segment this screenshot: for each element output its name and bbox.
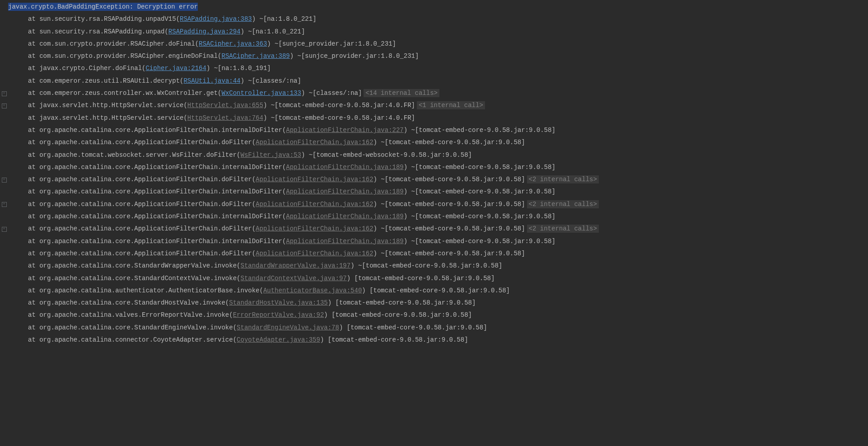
gutter[interactable]: + — [0, 89, 8, 98]
gutter[interactable]: + — [0, 175, 8, 184]
source-link[interactable]: ApplicationFilterChain.java:162 — [256, 201, 373, 208]
stack-frame-prefix: at com.emperor.zeus.controller.wx.WxCont… — [28, 89, 221, 97]
expand-icon[interactable]: + — [2, 91, 7, 96]
stack-frame-prefix: at org.apache.catalina.core.StandardHost… — [28, 299, 229, 306]
internal-calls-badge[interactable]: <2 internal calls> — [527, 200, 599, 208]
source-link[interactable]: HttpServlet.java:655 — [187, 102, 263, 109]
stack-trace-line: at org.apache.catalina.authenticator.Aut… — [0, 285, 868, 297]
source-link[interactable]: RSAPadding.java:383 — [180, 15, 252, 23]
stack-trace-line: at com.emperor.zeus.util.RSAUtil.decrypt… — [0, 75, 868, 87]
stack-frame-suffix: ) ~[tomcat-embed-core-9.0.58.jar:9.0.58] — [373, 139, 525, 146]
source-link[interactable]: ApplicationFilterChain.java:162 — [256, 250, 373, 257]
stack-frame-suffix: ) ~[tomcat-embed-core-9.0.58.jar:9.0.58] — [404, 164, 555, 171]
stack-frame-suffix: ) ~[tomcat-embed-websocket-9.0.58.jar:9.… — [301, 151, 472, 159]
source-link[interactable]: HttpServlet.java:764 — [187, 114, 263, 122]
stack-frame-prefix: at org.apache.catalina.authenticator.Aut… — [28, 287, 263, 294]
source-link[interactable]: StandardHostValve.java:135 — [229, 299, 327, 306]
gutter[interactable]: + — [0, 101, 8, 110]
internal-calls-badge[interactable]: <1 internal call> — [417, 101, 485, 109]
stack-frame-prefix: at org.apache.catalina.connector.CoyoteA… — [28, 336, 237, 343]
expand-icon[interactable]: + — [2, 178, 7, 183]
source-link[interactable]: ApplicationFilterChain.java:189 — [286, 188, 403, 195]
source-link[interactable]: WsFilter.java:53 — [240, 151, 301, 159]
stack-trace-line: +at org.apache.catalina.core.Application… — [0, 174, 868, 186]
source-link[interactable]: ApplicationFilterChain.java:162 — [256, 225, 373, 232]
source-link[interactable]: RSACipher.java:389 — [221, 52, 289, 60]
source-link[interactable]: ApplicationFilterChain.java:189 — [286, 238, 403, 245]
stack-trace-line: at org.apache.catalina.core.ApplicationF… — [0, 248, 868, 260]
source-link[interactable]: RSAUtil.java:44 — [183, 77, 240, 85]
stack-trace-line: at org.apache.catalina.valves.ErrorRepor… — [0, 309, 868, 321]
stack-frame-prefix: at org.apache.catalina.core.ApplicationF… — [28, 238, 286, 245]
source-link[interactable]: ApplicationFilterChain.java:162 — [256, 139, 373, 146]
stack-frame-suffix: ) ~[sunjce_provider.jar:1.8.0_231] — [267, 40, 396, 47]
stack-trace-line: at org.apache.catalina.core.StandardCont… — [0, 272, 868, 285]
source-link[interactable]: RSAPadding.java:294 — [168, 28, 241, 35]
source-link[interactable]: ApplicationFilterChain.java:162 — [256, 176, 373, 183]
stack-frame-suffix: ) ~[tomcat-embed-core-9.0.58.jar:9.0.58] — [373, 250, 525, 257]
stack-trace-line: at sun.security.rsa.RSAPadding.unpad(RSA… — [0, 26, 868, 38]
exception-header-line: javax.crypto.BadPaddingException: Decryp… — [0, 1, 868, 13]
stack-trace-line: at org.apache.catalina.connector.CoyoteA… — [0, 334, 868, 346]
stack-frame-prefix: at org.apache.catalina.core.ApplicationF… — [28, 225, 256, 232]
source-link[interactable]: ErrorReportValve.java:92 — [233, 311, 324, 319]
stack-frame-suffix: ) ~[tomcat-embed-core-9.0.58.jar:4.0.FR] — [263, 102, 415, 109]
stack-frame-suffix: ) [tomcat-embed-core-9.0.58.jar:9.0.58] — [320, 336, 468, 343]
stack-frame-prefix: at org.apache.catalina.core.ApplicationF… — [28, 188, 286, 195]
stack-frame-prefix: at com.sun.crypto.provider.RSACipher.doF… — [28, 40, 199, 47]
stack-trace-line: at org.apache.catalina.core.ApplicationF… — [0, 235, 868, 248]
gutter[interactable]: + — [0, 224, 8, 234]
expand-icon[interactable]: + — [2, 202, 7, 207]
stack-frame-prefix: at javax.crypto.Cipher.doFinal( — [28, 65, 145, 72]
stack-trace-line: at org.apache.catalina.core.ApplicationF… — [0, 136, 868, 149]
stack-trace-line: at org.apache.catalina.core.StandardEngi… — [0, 322, 868, 334]
stack-trace-line: at org.apache.tomcat.websocket.server.Ws… — [0, 149, 868, 161]
stack-frame-suffix: ) [tomcat-embed-core-9.0.58.jar:9.0.58] — [324, 311, 472, 319]
stack-trace-line: at sun.security.rsa.RSAPadding.unpadV15(… — [0, 13, 868, 25]
stack-frame-suffix: ) ~[tomcat-embed-core-9.0.58.jar:9.0.58] — [404, 188, 555, 195]
stack-frame-suffix: ) ~[sunjce_provider.jar:1.8.0_231] — [290, 52, 419, 60]
stack-frame-suffix: ) [tomcat-embed-core-9.0.58.jar:9.0.58] — [347, 275, 495, 282]
internal-calls-badge[interactable]: <2 internal calls> — [527, 225, 599, 233]
source-link[interactable]: ApplicationFilterChain.java:227 — [286, 127, 403, 134]
source-link[interactable]: StandardWrapperValve.java:197 — [240, 262, 350, 269]
console-output: javax.crypto.BadPaddingException: Decryp… — [0, 1, 868, 346]
source-link[interactable]: ApplicationFilterChain.java:189 — [286, 164, 403, 171]
stack-frame-prefix: at org.apache.tomcat.websocket.server.Ws… — [28, 151, 240, 159]
stack-frame-suffix: ) ~[tomcat-embed-core-9.0.58.jar:9.0.58] — [404, 127, 555, 134]
stack-frame-prefix: at org.apache.catalina.core.StandardWrap… — [28, 262, 240, 269]
stack-frame-suffix: ) ~[na:1.8.0_221] — [241, 28, 305, 35]
stack-frame-suffix: ) [tomcat-embed-core-9.0.58.jar:9.0.58] — [328, 299, 476, 306]
stack-trace-line: at org.apache.catalina.core.ApplicationF… — [0, 124, 868, 136]
source-link[interactable]: ApplicationFilterChain.java:189 — [286, 213, 403, 220]
stack-frame-prefix: at com.sun.crypto.provider.RSACipher.eng… — [28, 52, 221, 60]
stack-frame-suffix: ) ~[classes/:na] — [241, 77, 301, 85]
stack-frame-prefix: at org.apache.catalina.core.ApplicationF… — [28, 201, 256, 208]
stack-trace-line: at javax.crypto.Cipher.doFinal(Cipher.ja… — [0, 62, 868, 75]
stack-frame-prefix: at org.apache.catalina.core.ApplicationF… — [28, 250, 256, 257]
source-link[interactable]: StandardEngineValve.java:78 — [237, 324, 339, 331]
gutter[interactable]: + — [0, 199, 8, 209]
source-link[interactable]: CoyoteAdapter.java:359 — [237, 336, 320, 343]
stack-trace-line: +at org.apache.catalina.core.Application… — [0, 198, 868, 211]
stack-trace-line: at org.apache.catalina.core.ApplicationF… — [0, 186, 868, 198]
stack-frame-prefix: at org.apache.catalina.core.StandardCont… — [28, 275, 240, 282]
stack-trace-line: at org.apache.catalina.core.StandardWrap… — [0, 260, 868, 272]
source-link[interactable]: RSACipher.java:363 — [199, 40, 267, 47]
source-link[interactable]: StandardContextValve.java:97 — [240, 275, 346, 282]
stack-frame-prefix: at org.apache.catalina.core.ApplicationF… — [28, 127, 286, 134]
source-link[interactable]: WxController.java:133 — [221, 89, 301, 97]
stack-frame-suffix: ) ~[na:1.8.0_191] — [206, 65, 271, 72]
expand-icon[interactable]: + — [2, 227, 7, 232]
stack-frame-suffix: ) ~[classes/:na] — [301, 89, 362, 97]
source-link[interactable]: Cipher.java:2164 — [145, 65, 206, 72]
stack-frame-prefix: at sun.security.rsa.RSAPadding.unpadV15( — [28, 15, 180, 23]
stack-frame-suffix: ) ~[na:1.8.0_221] — [252, 15, 317, 23]
stack-frame-prefix: at sun.security.rsa.RSAPadding.unpad( — [28, 28, 168, 35]
internal-calls-badge[interactable]: <2 internal calls> — [527, 175, 599, 183]
stack-frame-prefix: at org.apache.catalina.core.StandardEngi… — [28, 324, 237, 331]
stack-frame-suffix: ) ~[tomcat-embed-core-9.0.58.jar:9.0.58] — [404, 213, 555, 220]
expand-icon[interactable]: + — [2, 103, 7, 108]
source-link[interactable]: AuthenticatorBase.java:540 — [263, 287, 362, 294]
internal-calls-badge[interactable]: <14 internal calls> — [364, 89, 439, 97]
